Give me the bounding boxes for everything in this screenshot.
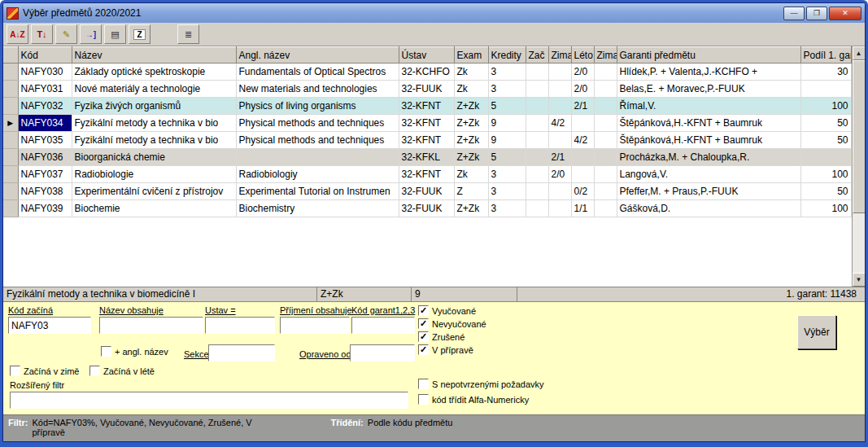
cell[interactable]: Experimentální cvičení z přístrojov	[72, 183, 236, 200]
row-indicator[interactable]	[3, 183, 18, 200]
cell[interactable]: Zk	[454, 166, 488, 183]
cell[interactable]: Z+Zk	[454, 115, 488, 132]
cell[interactable]: Štěpánková,H.-KFNT + Baumruk	[617, 115, 800, 132]
doc-z-button[interactable]: Z	[129, 24, 150, 44]
cell[interactable]: 32-FUUK	[399, 81, 454, 98]
cell[interactable]: 50	[800, 115, 851, 132]
cell[interactable]: NAFY032	[18, 98, 72, 115]
cell[interactable]	[594, 200, 617, 217]
opraveno-input[interactable]	[350, 344, 415, 362]
cell[interactable]	[548, 64, 571, 81]
cell[interactable]	[526, 149, 548, 166]
cell[interactable]: New materials and technologies	[236, 81, 399, 98]
maximize-button[interactable]: ❐	[806, 7, 827, 20]
checkbox-v-priprave[interactable]: V přípravě	[418, 344, 473, 355]
ustav-input[interactable]	[205, 317, 275, 334]
cell[interactable]	[594, 64, 617, 81]
vertical-scrollbar[interactable]: ▲ ▼	[852, 46, 866, 287]
cell[interactable]: Belas,E. + Moravec,P.-FUUK	[617, 81, 800, 98]
cell[interactable]: 3	[488, 200, 526, 217]
column-header-leto[interactable]: Léto	[571, 47, 594, 64]
cell[interactable]: NAFY037	[18, 166, 72, 183]
row-indicator[interactable]	[3, 64, 18, 81]
cell[interactable]	[594, 183, 617, 200]
kod-input[interactable]	[8, 317, 91, 334]
cell[interactable]	[800, 149, 851, 166]
cell[interactable]: 5	[488, 149, 526, 166]
column-header-podil[interactable]: Podíl 1. gar.	[800, 47, 851, 64]
selected-cell[interactable]: NAFY034	[18, 115, 72, 132]
cell[interactable]: 3	[488, 166, 526, 183]
cell[interactable]	[236, 149, 399, 166]
cell[interactable]: 9	[488, 115, 526, 132]
prijmeni-input[interactable]	[280, 317, 350, 334]
cell[interactable]: Physical methods and techniques	[236, 132, 399, 149]
cell[interactable]: 32-KCHFO	[399, 64, 454, 81]
cell[interactable]	[594, 166, 617, 183]
filter-columns-button[interactable]: T↓	[31, 24, 53, 44]
cell[interactable]: Procházka,M. + Chaloupka,R.	[617, 149, 800, 166]
checkbox-zrusene[interactable]: Zrušené	[418, 331, 465, 342]
cell[interactable]	[571, 149, 594, 166]
scroll-down-button[interactable]: ▼	[853, 273, 866, 287]
cell[interactable]	[526, 81, 548, 98]
row-indicator[interactable]	[3, 149, 18, 166]
vyber-button[interactable]: Výběr	[797, 315, 836, 349]
cell[interactable]: 2/0	[548, 166, 571, 183]
cell[interactable]	[526, 115, 548, 132]
cell[interactable]	[548, 183, 571, 200]
cell[interactable]	[548, 132, 571, 149]
cell[interactable]	[594, 98, 617, 115]
go-to-button[interactable]: →]	[80, 24, 102, 44]
cell[interactable]: 32-KFNT	[399, 132, 454, 149]
cell[interactable]: Fyzikální metody a technika v bio	[72, 132, 236, 149]
checkbox-nevyucovane[interactable]: Nevyučované	[418, 318, 486, 329]
close-button[interactable]: ✕	[829, 7, 861, 20]
current-row-indicator[interactable]: ▶	[3, 115, 18, 132]
row-indicator[interactable]	[3, 98, 18, 115]
cell[interactable]: Experimental Tutorial on Instrumen	[236, 183, 399, 200]
cell[interactable]: Biochemie	[72, 200, 236, 217]
checkbox-angl-nazev[interactable]: + angl. název	[101, 346, 168, 357]
cell[interactable]: Zk	[454, 64, 488, 81]
column-header-zima[interactable]: Zima	[548, 47, 571, 64]
cell[interactable]	[800, 81, 851, 98]
cell[interactable]	[594, 81, 617, 98]
cell[interactable]: 3	[488, 183, 526, 200]
cell[interactable]: 3	[488, 81, 526, 98]
cell[interactable]	[526, 166, 548, 183]
cell[interactable]	[526, 98, 548, 115]
cell[interactable]: Gášková,D.	[617, 200, 800, 217]
column-header-zima2[interactable]: Zima	[594, 47, 617, 64]
cell[interactable]: Zk	[454, 81, 488, 98]
column-header-zac[interactable]: Zač	[526, 47, 548, 64]
cell[interactable]: Římal,V.	[617, 98, 800, 115]
checkbox-zacina-v-zime[interactable]: Začíná v zimě	[10, 366, 79, 376]
cell[interactable]	[548, 200, 571, 217]
cell[interactable]: 32-KFNT	[399, 166, 454, 183]
cell[interactable]: 100	[800, 98, 851, 115]
cell[interactable]: Z+Zk	[454, 200, 488, 217]
checkbox-alfa-numericky[interactable]: kód třídit Alfa-Numericky	[418, 394, 529, 405]
cell[interactable]: Fyzikální metody a technika v bio	[72, 115, 236, 132]
cell[interactable]: NAFY035	[18, 132, 72, 149]
rozsireny-filtr-input[interactable]	[10, 392, 408, 409]
garant-input[interactable]	[351, 317, 415, 334]
checkbox-nepotvrzene-pozadavky[interactable]: S nepotvrzenými požadavky	[418, 379, 544, 389]
cell[interactable]: Štěpánková,H.-KFNT + Baumruk	[617, 132, 800, 149]
cell[interactable]: Základy optické spektroskopie	[72, 64, 236, 81]
edit-button[interactable]: ✎	[55, 24, 77, 44]
cell[interactable]: 5	[488, 98, 526, 115]
cell[interactable]: NAFY038	[18, 183, 72, 200]
cell[interactable]	[548, 98, 571, 115]
cell[interactable]: 9	[488, 132, 526, 149]
cell[interactable]: 3	[488, 64, 526, 81]
cell[interactable]: 32-KFNT	[399, 98, 454, 115]
cell[interactable]: Langová,V.	[617, 166, 800, 183]
cell[interactable]: 50	[800, 132, 851, 149]
row-indicator[interactable]	[3, 200, 18, 217]
minimize-button[interactable]: —	[783, 7, 805, 20]
checkbox-vyucovane[interactable]: Vyučované	[418, 305, 476, 316]
cell[interactable]	[526, 132, 548, 149]
cell[interactable]: Biochemistry	[236, 200, 399, 217]
